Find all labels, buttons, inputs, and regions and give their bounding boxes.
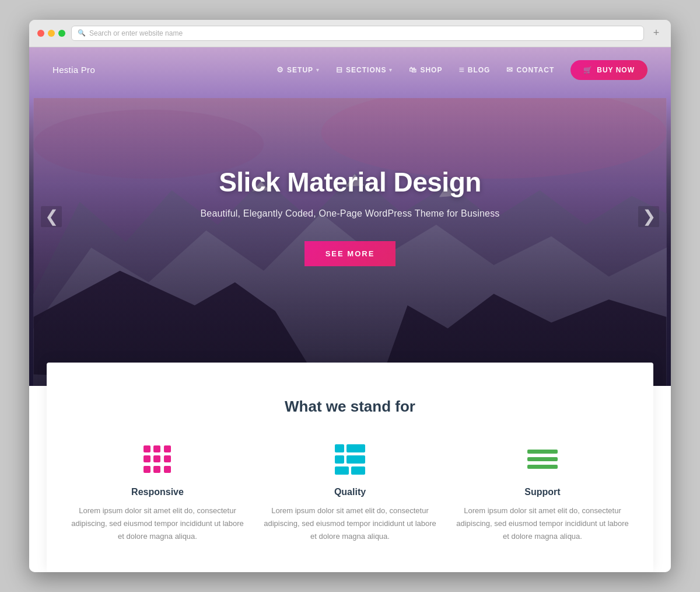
hero-subtitle: Beautiful, Elegantly Coded, One-Page Wor… [200,208,499,219]
website-content: Hestia Pro ⚙ SETUP ▾ ⊟ SECTIONS [29,47,671,572]
hero-section: Hestia Pro ⚙ SETUP ▾ ⊟ SECTIONS [29,47,671,386]
support-icon [525,445,560,474]
site-content: Hestia Pro ⚙ SETUP ▾ ⊟ SECTIONS [29,47,671,572]
responsive-title: Responsive [70,487,245,497]
grid-icon [144,445,172,473]
nav-menu: ⚙ SETUP ▾ ⊟ SECTIONS ▾ � [276,60,648,80]
hero-title: Slick Material Design [200,166,499,198]
nav-item-sections[interactable]: ⊟ SECTIONS ▾ [336,65,393,74]
nav-item-setup[interactable]: ⚙ SETUP ▾ [276,65,320,74]
nav-item-contact[interactable]: ✉ CONTACT [506,65,554,74]
sections-icon: ⊟ [336,65,343,74]
feature-quality: Quality Lorem ipsum dolor sit amet elit … [262,445,438,543]
responsive-desc: Lorem ipsum dolor sit amet elit do, cons… [70,504,245,543]
nav-item-shop[interactable]: 🛍 SHOP [409,65,442,74]
quality-desc: Lorem ipsum dolor sit amet elit do, cons… [262,504,438,543]
hero-background: Hestia Pro ⚙ SETUP ▾ ⊟ SECTIONS [29,47,671,386]
support-desc: Lorem ipsum dolor sit amet elit do, cons… [455,504,630,543]
brand-logo[interactable]: Hestia Pro [52,65,95,75]
navbar: Hestia Pro ⚙ SETUP ▾ ⊟ SECTIONS [29,47,671,93]
nav-item-buy: 🛒 BUY NOW [570,60,648,80]
hero-next-arrow[interactable]: ❯ [638,206,659,227]
browser-window: 🔍 Search or enter website name + [29,20,671,572]
nav-links-list: ⚙ SETUP ▾ ⊟ SECTIONS ▾ � [276,60,648,80]
address-bar[interactable]: 🔍 Search or enter website name [71,26,644,41]
hero-content: Slick Material Design Beautiful, Elegant… [177,166,523,266]
chevron-down-icon-2: ▾ [389,67,393,73]
nav-label-setup: SETUP [287,66,313,74]
contact-icon: ✉ [506,65,513,74]
responsive-icon [140,445,175,474]
nav-label-sections: SECTIONS [346,66,386,74]
address-text: Search or enter website name [89,29,183,37]
buy-now-label: BUY NOW [597,66,635,74]
feature-support: Support Lorem ipsum dolor sit amet elit … [455,445,630,543]
close-button[interactable] [37,30,44,37]
features-grid: Responsive Lorem ipsum dolor sit amet el… [70,445,630,543]
cart-icon: 🛒 [583,66,593,74]
browser-chrome: 🔍 Search or enter website name + [29,20,671,47]
shop-icon: 🛍 [409,65,417,74]
hero-prev-arrow[interactable]: ❮ [41,206,62,227]
traffic-lights [37,30,65,37]
left-arrow-icon: ❮ [45,207,58,226]
features-title: What we stand for [70,398,630,416]
buy-now-button[interactable]: 🛒 BUY NOW [570,60,648,80]
search-icon: 🔍 [78,29,86,37]
quality-title: Quality [262,487,438,497]
lines-icon [527,450,558,469]
table-icon [335,444,365,475]
nav-label-contact: CONTACT [516,66,554,74]
nav-label-blog: BLOG [468,66,491,74]
minimize-button[interactable] [48,30,55,37]
chevron-down-icon: ▾ [316,67,320,73]
see-more-button[interactable]: SEE MORE [304,241,396,266]
setup-icon: ⚙ [276,65,284,74]
blog-icon: ≡ [459,65,464,75]
quality-icon [332,445,368,474]
right-arrow-icon: ❯ [642,207,656,226]
support-title: Support [455,487,630,497]
nav-item-blog[interactable]: ≡ BLOG [459,65,490,75]
feature-responsive: Responsive Lorem ipsum dolor sit amet el… [70,445,245,543]
features-section: What we stand for [47,363,653,572]
nav-label-shop: SHOP [420,66,442,74]
maximize-button[interactable] [58,30,65,37]
new-tab-button[interactable]: + [650,27,663,40]
